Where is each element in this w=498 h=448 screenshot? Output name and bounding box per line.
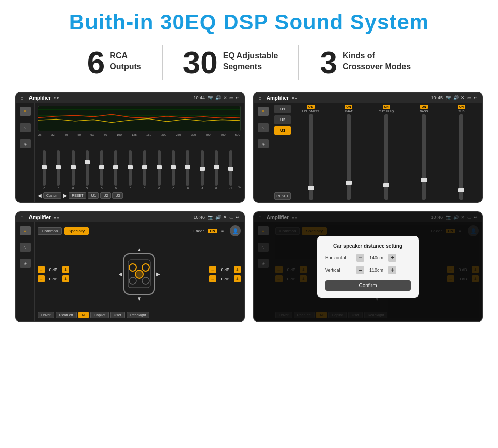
screen4-content: ≡ ∿ ◈ Common Specialty Fader ON ≡ 👤 [254, 222, 482, 321]
eq-icon-3[interactable]: ≡ [20, 226, 31, 235]
common-tab[interactable]: Common [38, 227, 62, 235]
stat-label-rca-2: Outputs [110, 62, 141, 72]
screen2-title: Amplifier [267, 95, 289, 101]
eq-icon-2[interactable]: ≡ [258, 107, 269, 116]
car-diagram-svg: ▲ ▼ ◀ ▶ [119, 246, 160, 302]
stat-eq: 30 EQ Adjustable Segments [163, 47, 299, 78]
db-minus-rr[interactable]: − [209, 275, 216, 282]
driver-btn[interactable]: Driver [38, 312, 54, 318]
home-icon-1[interactable]: ⌂ [20, 95, 24, 101]
eq-slider-8[interactable]: 0 [152, 150, 166, 190]
vertical-minus-btn[interactable]: − [356, 266, 364, 274]
bass-slider[interactable] [422, 114, 426, 200]
fader-label: Fader [193, 229, 204, 233]
eq-slider-4[interactable]: 0 [95, 150, 108, 190]
db-plus-fr[interactable]: + [234, 266, 241, 273]
eq-slider-7[interactable]: 0 [138, 150, 151, 190]
db-minus-fl[interactable]: − [38, 266, 45, 273]
phat-on: ON [345, 105, 352, 109]
copilot-btn[interactable]: Copilot [90, 312, 109, 318]
svg-point-2 [129, 264, 136, 271]
back-icon-1: ↩ [236, 95, 240, 100]
screen1-dot: ● ▶ [54, 96, 59, 100]
eq-slider-0[interactable]: 0 [38, 150, 51, 190]
minimize-icon-2: ▭ [467, 95, 472, 100]
stat-label-crossover-2: Crossover Modes [343, 62, 411, 72]
all-btn[interactable]: All [78, 312, 89, 318]
cutfreq-slider[interactable] [384, 114, 388, 200]
u3-channel-btn[interactable]: U3 [274, 126, 291, 135]
vertical-value: 110cm [367, 267, 385, 273]
speaker-icon[interactable]: ◈ [20, 139, 31, 148]
u2-channel-btn[interactable]: U2 [274, 115, 291, 124]
reset-btn[interactable]: RESET [69, 192, 86, 199]
loudness-on: ON [307, 105, 315, 109]
prev-btn[interactable]: ◀ [38, 193, 42, 198]
home-icon-2[interactable]: ⌂ [258, 95, 262, 101]
eq-slider-13[interactable]: -1 [224, 150, 237, 190]
eq-slider-9[interactable]: 0 [167, 150, 180, 190]
volume-icon-2: 🔊 [453, 95, 459, 100]
confirm-button[interactable]: Confirm [325, 280, 411, 291]
vertical-plus-btn[interactable]: + [388, 266, 396, 274]
db-plus-fl[interactable]: + [62, 266, 69, 273]
phat-col: ON PHAT [330, 105, 366, 200]
eq-slider-2[interactable]: 0 [66, 150, 79, 190]
dialog-label-vertical: Vertical [325, 267, 353, 273]
db-minus-fr[interactable]: − [209, 266, 216, 273]
sub-slider[interactable] [459, 114, 463, 200]
stat-number-eq: 30 [183, 47, 218, 78]
stat-crossover: 3 Kinds of Crossover Modes [299, 47, 431, 78]
horizontal-minus-btn[interactable]: − [356, 254, 364, 262]
volume-icon-1: 🔊 [215, 95, 221, 100]
db-value-fl: 0 dB [46, 267, 60, 272]
u2-btn[interactable]: U2 [100, 192, 111, 199]
db-minus-rl[interactable]: − [38, 275, 45, 282]
eq-bottom-bar: ◀ Custom ▶ RESET U1 U2 U3 [38, 191, 241, 199]
eq-slider-10[interactable]: 0 [181, 150, 194, 190]
rearright-btn[interactable]: RearRight [127, 312, 150, 318]
speaker-icon-2[interactable]: ◈ [258, 139, 269, 148]
eq-freq-labels: 25 32 40 50 63 80 100 125 160 200 250 32… [38, 133, 241, 136]
specialty-tab[interactable]: Specialty [64, 227, 88, 235]
svg-point-4 [129, 277, 136, 284]
horizontal-plus-btn[interactable]: + [388, 254, 396, 262]
home-icon-3[interactable]: ⌂ [20, 214, 24, 220]
phat-slider[interactable] [347, 114, 351, 200]
page-container: Buith-in 30EQ DSP Sound System 6 RCA Out… [0, 0, 498, 333]
wave-icon[interactable]: ∿ [20, 123, 31, 132]
u3-btn[interactable]: U3 [112, 192, 123, 199]
wave-icon-3[interactable]: ∿ [20, 243, 31, 252]
custom-btn[interactable]: Custom [43, 192, 61, 199]
eq-slider-1[interactable]: 0 [52, 150, 65, 190]
eq-slider-6[interactable]: 0 [123, 150, 137, 190]
db-plus-rr[interactable]: + [234, 275, 241, 282]
speaker-icon-3[interactable]: ◈ [20, 259, 31, 268]
eq-slider-5[interactable]: 0 [109, 150, 122, 190]
freq-500: 500 [221, 133, 226, 136]
sub-on: ON [458, 105, 465, 109]
stats-row: 6 RCA Outputs 30 EQ Adjustable Segments … [15, 45, 483, 80]
bass-label: BASS [420, 110, 428, 113]
db-value-fr: 0 dB [218, 267, 232, 272]
amp2-reset-btn[interactable]: RESET [274, 192, 291, 200]
screen3-sidebar: ≡ ∿ ◈ [16, 222, 35, 321]
screen3-time: 10:46 [193, 215, 205, 220]
u1-channel-btn[interactable]: U1 [274, 105, 291, 113]
freq-40: 40 [65, 133, 68, 136]
rearleft-btn[interactable]: RearLeft [56, 312, 77, 318]
u1-btn[interactable]: U1 [88, 192, 99, 199]
eq-curve-red [38, 106, 240, 129]
eq-icon[interactable]: ≡ [20, 107, 31, 116]
db-plus-rl[interactable]: + [62, 275, 69, 282]
user-btn[interactable]: User [110, 312, 125, 318]
loudness-slider[interactable] [309, 114, 313, 200]
screen2-topbar: ⌂ Amplifier ■ ● 10:45 📷 🔊 ✕ ▭ ↩ [254, 93, 482, 103]
eq-slider-12[interactable]: 0 [210, 150, 223, 190]
eq-slider-11[interactable]: -1 [195, 150, 208, 190]
freq-320: 320 [191, 133, 196, 136]
next-btn[interactable]: ▶ [63, 193, 67, 198]
screen1-topbar: ⌂ Amplifier ● ▶ 10:44 📷 🔊 ✕ ▭ ↩ [16, 93, 244, 103]
wave-icon-2[interactable]: ∿ [258, 123, 269, 132]
eq-slider-3[interactable]: 5 [81, 150, 94, 190]
